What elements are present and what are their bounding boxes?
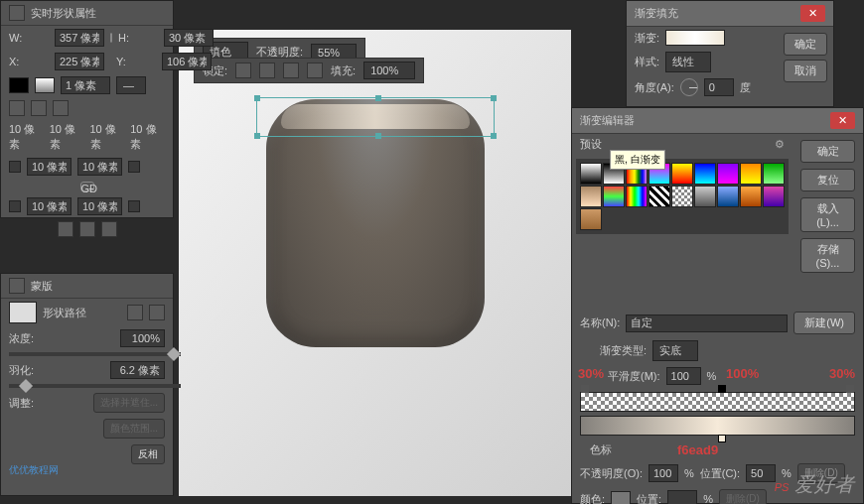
link-corners-icon[interactable]: GĐ — [80, 182, 94, 191]
corner-input-2[interactable] — [77, 158, 122, 176]
type-dropdown[interactable]: 实底 — [652, 340, 698, 361]
preset-swatch[interactable] — [580, 163, 602, 185]
smooth-label: 平滑度(M): — [608, 369, 660, 384]
type-label: 渐变类型: — [600, 343, 647, 358]
new-button[interactable]: 新建(W) — [793, 312, 855, 334]
y-input[interactable] — [162, 53, 212, 70]
color-stop[interactable] — [718, 435, 726, 442]
pixel-mask-icon[interactable] — [127, 305, 143, 320]
x-input[interactable] — [55, 53, 104, 70]
corner-input-4[interactable] — [77, 197, 122, 215]
stroke-style-dropdown[interactable]: — — [116, 76, 146, 94]
opacity-stop[interactable] — [718, 385, 726, 393]
corner-checkbox-2[interactable] — [128, 161, 140, 173]
angle-dial[interactable] — [680, 78, 698, 96]
preset-swatch[interactable] — [763, 186, 785, 207]
close-icon-2[interactable]: ✕ — [830, 112, 855, 129]
stop-location-input[interactable] — [746, 464, 776, 482]
fill-value[interactable]: 100% — [363, 62, 415, 79]
editor-ok-button[interactable]: 确定 — [800, 140, 855, 163]
panel-header: 实时形状属性 — [1, 1, 173, 26]
canvas[interactable] — [179, 30, 571, 496]
fill-swatch[interactable] — [9, 77, 29, 93]
gradient-fill-header[interactable]: 渐变填充 ✕ — [627, 1, 833, 27]
pathop-icon-2[interactable] — [79, 221, 95, 237]
lock-position-icon[interactable] — [283, 63, 299, 78]
opacity-gradient-bar[interactable] — [580, 392, 855, 412]
align-icon-1[interactable] — [9, 100, 25, 116]
corner-input-1[interactable] — [27, 158, 72, 176]
preset-swatch[interactable] — [580, 186, 602, 207]
corner-checkbox-1[interactable] — [9, 161, 21, 173]
annotation-hex: f6ead9 — [677, 442, 718, 457]
opacity-stop[interactable] — [581, 385, 589, 393]
invert-button[interactable]: 反相 — [131, 444, 165, 464]
close-icon[interactable]: ✕ — [800, 5, 825, 22]
lock-all-icon[interactable] — [307, 63, 323, 78]
angle-input[interactable] — [704, 78, 734, 96]
align-icon-2[interactable] — [31, 100, 47, 116]
gradient-editor-header[interactable]: 渐变编辑器 ✕ — [572, 108, 863, 134]
density-input[interactable] — [120, 329, 165, 347]
preset-swatch[interactable] — [694, 186, 716, 207]
w-input[interactable] — [55, 29, 104, 47]
preset-swatch[interactable] — [694, 163, 716, 185]
selection-bounding-box[interactable] — [256, 97, 495, 137]
color-gradient-bar[interactable] — [580, 416, 855, 436]
editor-load-button[interactable]: 载入(L)... — [800, 197, 855, 232]
stroke-width-input[interactable] — [61, 76, 110, 94]
stroke-swatch[interactable] — [35, 77, 55, 93]
corner-checkbox-4[interactable] — [128, 200, 140, 212]
gradient-label: 渐变: — [635, 31, 659, 46]
preset-swatch[interactable] — [740, 186, 762, 207]
pathop-icon-3[interactable] — [101, 221, 117, 237]
preset-swatch[interactable] — [626, 186, 648, 207]
color-range-button[interactable]: 颜色范围... — [103, 419, 165, 439]
corner-input-3[interactable] — [27, 197, 72, 215]
name-input[interactable] — [626, 315, 788, 332]
mask-title: 蒙版 — [31, 279, 53, 294]
handle-tl[interactable] — [254, 95, 260, 101]
preset-swatch[interactable] — [580, 208, 602, 230]
style-dropdown[interactable]: 线性 — [665, 52, 711, 72]
w-label: W: — [9, 32, 49, 44]
handle-bc[interactable] — [375, 133, 381, 139]
pathop-icon-1[interactable] — [58, 221, 73, 237]
handle-br[interactable] — [491, 133, 497, 139]
handle-bl[interactable] — [254, 133, 260, 139]
cancel-button[interactable]: 取消 — [784, 60, 827, 82]
handle-tc[interactable] — [375, 95, 381, 101]
corner-checkbox-3[interactable] — [9, 200, 21, 212]
lock-pixels-icon[interactable] — [259, 63, 275, 78]
opacity-stop[interactable] — [846, 385, 854, 393]
stop-opacity-input[interactable] — [648, 464, 678, 482]
smooth-input[interactable] — [666, 367, 701, 385]
gradient-preview-swatch[interactable] — [665, 30, 725, 46]
preset-swatch[interactable] — [648, 186, 670, 207]
align-icon-3[interactable] — [53, 100, 69, 116]
vector-mask-icon[interactable] — [149, 305, 165, 320]
refine-edge-button[interactable]: 选择并遮住... — [93, 393, 165, 413]
corner-tr-label: 10 像素 — [50, 122, 84, 152]
preset-swatch[interactable] — [603, 186, 625, 207]
link-wh-icon[interactable] — [110, 33, 112, 43]
preset-swatch[interactable] — [671, 186, 693, 207]
name-label: 名称(N): — [580, 315, 620, 330]
stop-opacity-label: 不透明度(O): — [580, 466, 643, 481]
angle-label: 角度(A): — [635, 80, 674, 95]
mask-thumbnail[interactable] — [9, 302, 37, 323]
preset-swatch[interactable] — [717, 186, 739, 207]
h-input[interactable] — [164, 29, 214, 47]
editor-save-button[interactable]: 存储(S)... — [800, 238, 855, 273]
feather-input[interactable] — [110, 361, 165, 379]
preset-swatch[interactable] — [671, 163, 693, 185]
preset-swatch[interactable] — [740, 163, 762, 185]
ok-button[interactable]: 确定 — [784, 33, 827, 56]
handle-tr[interactable] — [491, 95, 497, 101]
mask-panel: 蒙版 形状路径 浓度: 羽化: 调整: 选择并遮住... 颜色范围... 反相 … — [0, 273, 174, 496]
lock-transparency-icon[interactable] — [235, 63, 251, 78]
editor-reset-button[interactable]: 复位 — [800, 169, 855, 191]
preset-swatch[interactable] — [763, 163, 785, 185]
preset-swatch[interactable] — [717, 163, 739, 185]
gear-icon[interactable]: ⚙ — [775, 138, 785, 151]
